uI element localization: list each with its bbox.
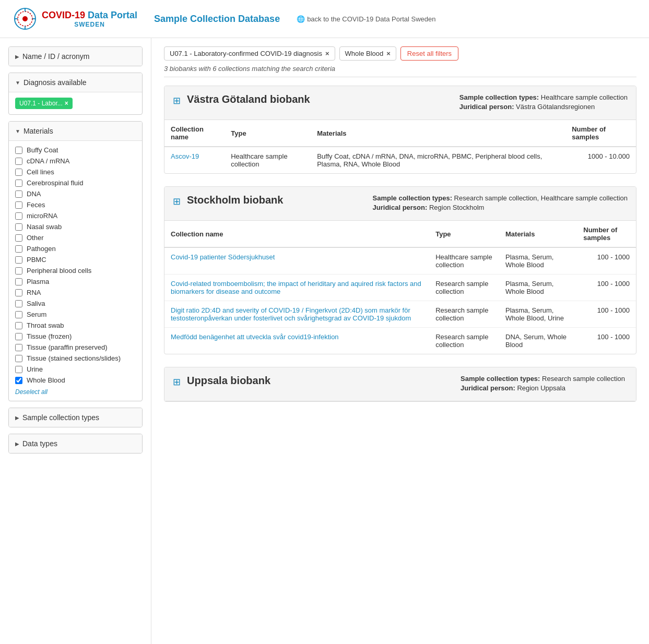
material-checkbox[interactable] (15, 278, 22, 285)
diagnosis-tag-text: U07.1 - Labor... (19, 100, 63, 107)
materials-list: Buffy CoatcDNA / mRNACell linesCerebrosp… (15, 146, 136, 384)
material-checkbox[interactable] (15, 256, 22, 264)
sample-types-label: Sample collection types: (373, 194, 452, 202)
collection-type-cell: Research sample collection (429, 328, 499, 354)
sample-types-value: Research sample collection (542, 375, 625, 383)
filter-tag-diagnosis: U07.1 - Laboratory-confirmed COVID-19 di… (164, 46, 335, 61)
collection-type-cell: Healthcare sample collection (225, 147, 311, 173)
table-row: Ascov-19Healthcare sample collectionBuff… (164, 147, 636, 173)
main-layout: ▶ Name / ID / acronym ▼ Diagnosis availa… (0, 38, 649, 644)
material-label: RNA (27, 289, 41, 296)
material-label: Other (27, 234, 44, 242)
back-link[interactable]: 🌐 back to the COVID-19 Data Portal Swede… (297, 15, 435, 23)
collection-samples-cell: 100 - 1000 (577, 247, 636, 275)
biobank-grid-icon (173, 376, 181, 388)
collection-link[interactable]: Covid-related tromboembolism; the impact… (171, 280, 421, 295)
material-item: Whole Blood (15, 376, 136, 384)
filter-name-id-label: Name / ID / acronym (22, 52, 89, 61)
deselect-all-btn[interactable]: Deselect all (15, 388, 136, 396)
material-checkbox[interactable] (15, 366, 22, 373)
biobank-grid-icon (173, 195, 181, 207)
biobank-sample-types: Sample collection types: Research sample… (461, 375, 628, 383)
filter-diagnosis-header[interactable]: ▼ Diagnosis available (9, 73, 142, 92)
collection-link[interactable]: Covid-19 patienter Södersjukhuset (171, 253, 275, 261)
biobank-juridical: Juridical person: Västra Götalandsregion… (459, 103, 628, 111)
arrow-materials-icon: ▼ (15, 128, 20, 134)
filter-materials-header[interactable]: ▼ Materials (9, 122, 142, 140)
material-checkbox[interactable] (15, 377, 22, 384)
material-checkbox[interactable] (15, 190, 22, 198)
collection-link[interactable]: Digit ratio 2D:4D and severity of COVID-… (171, 306, 411, 322)
material-checkbox[interactable] (15, 355, 22, 362)
filter-tag-diagnosis-remove[interactable]: × (325, 50, 329, 57)
material-label: Plasma (27, 278, 49, 285)
material-label: cDNA / mRNA (27, 157, 69, 165)
material-checkbox[interactable] (15, 289, 22, 296)
diagnosis-tag-close[interactable]: × (65, 100, 68, 107)
reset-filters-button[interactable]: Reset all filters (400, 46, 458, 61)
material-checkbox[interactable] (15, 267, 22, 275)
material-checkbox[interactable] (15, 344, 22, 351)
material-checkbox[interactable] (15, 180, 22, 187)
material-checkbox[interactable] (15, 245, 22, 253)
biobank-meta: Sample collection types: Healthcare samp… (459, 93, 628, 112)
filter-tag-wholeblood-text: Whole Blood (345, 50, 384, 57)
material-checkbox[interactable] (15, 212, 22, 220)
material-checkbox[interactable] (15, 223, 22, 231)
col-header: Materials (499, 221, 577, 247)
material-label: Saliva (27, 300, 45, 307)
juridical-value: Region Uppsala (517, 384, 565, 392)
material-item: Throat swab (15, 321, 136, 329)
col-header: Collection name (164, 221, 429, 247)
filter-sample-collection-label: Sample collection types (22, 413, 99, 422)
diagnosis-tag[interactable]: U07.1 - Labor... × (15, 98, 73, 109)
svg-point-2 (22, 16, 28, 21)
col-header: Type (429, 221, 499, 247)
collection-name-cell: Digit ratio 2D:4D and severity of COVID-… (164, 301, 429, 328)
collection-materials-cell: Buffy Coat, cDNA / mRNA, DNA, microRNA, … (311, 147, 565, 173)
collection-samples-cell: 1000 - 10.000 (565, 147, 636, 173)
material-checkbox[interactable] (15, 333, 22, 340)
filter-sample-collection-header[interactable]: ▶ Sample collection types (9, 408, 142, 427)
arrow-data-icon: ▶ (15, 441, 19, 447)
material-checkbox[interactable] (15, 158, 22, 165)
material-checkbox[interactable] (15, 147, 22, 154)
collection-link[interactable]: Ascov-19 (171, 152, 199, 160)
table-row: Medfödd benägenhet att utveckla svår cov… (164, 328, 636, 354)
material-item: DNA (15, 190, 136, 198)
filter-tag-wholeblood-remove[interactable]: × (386, 50, 391, 57)
filter-materials-body: Buffy CoatcDNA / mRNACell linesCerebrosp… (9, 140, 142, 401)
back-link-text[interactable]: back to the COVID-19 Data Portal Sweden (307, 15, 435, 23)
filter-name-id-header[interactable]: ▶ Name / ID / acronym (9, 47, 142, 66)
sample-types-value: Healthcare sample collection (541, 93, 628, 101)
collection-name-cell: Covid-19 patienter Södersjukhuset (164, 247, 429, 275)
material-checkbox[interactable] (15, 201, 22, 209)
biobank-grid-icon (173, 94, 181, 106)
collection-type-cell: Research sample collection (429, 301, 499, 328)
biobank-header: Stockholm biobank Sample collection type… (164, 187, 636, 221)
material-checkbox[interactable] (15, 311, 22, 318)
juridical-label: Juridical person: (459, 103, 514, 111)
biobank-header: Västra Götaland biobank Sample collectio… (164, 86, 636, 120)
material-item: Tissue (frozen) (15, 332, 136, 340)
material-checkbox[interactable] (15, 169, 22, 176)
table-row: Covid-19 patienter SödersjukhusetHealthc… (164, 247, 636, 275)
filter-data-types-header[interactable]: ▶ Data types (9, 434, 142, 453)
collection-materials-cell: Plasma, Serum, Whole Blood, Urine (499, 301, 577, 328)
collection-link[interactable]: Medfödd benägenhet att utveckla svår cov… (171, 333, 339, 341)
material-item: Other (15, 234, 136, 242)
collection-samples-cell: 100 - 1000 (577, 301, 636, 328)
material-item: Pathogen (15, 245, 136, 253)
material-item: RNA (15, 289, 136, 296)
biobank-card: Uppsala biobank Sample collection types:… (164, 367, 636, 402)
material-checkbox[interactable] (15, 322, 22, 329)
filter-tag-diagnosis-text: U07.1 - Laboratory-confirmed COVID-19 di… (170, 50, 322, 57)
biobank-name: Västra Götaland biobank (187, 93, 310, 105)
material-checkbox[interactable] (15, 234, 22, 242)
juridical-value: Region Stockholm (429, 204, 485, 211)
material-label: Cerebrospinal fluid (27, 179, 83, 187)
col-header: Collection name (164, 120, 225, 147)
filter-diagnosis-body: U07.1 - Labor... × (9, 92, 142, 114)
material-checkbox[interactable] (15, 300, 22, 307)
biobank-header: Uppsala biobank Sample collection types:… (164, 367, 636, 401)
